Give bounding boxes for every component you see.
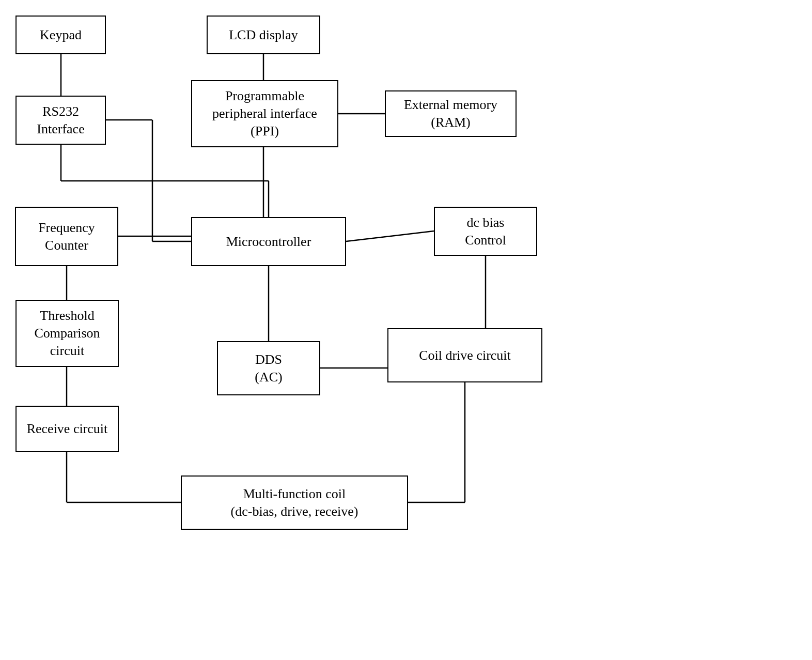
receive-block: Receive circuit (15, 406, 119, 452)
dds-block: DDS(AC) (217, 341, 320, 395)
threshold-block: ThresholdComparisoncircuit (15, 300, 119, 367)
ppi-block: Programmableperipheral interface(PPI) (191, 80, 338, 147)
block-diagram: Keypad LCD display Programmableperiphera… (0, 0, 812, 660)
freq-counter-block: FrequencyCounter (15, 207, 118, 266)
lcd-block: LCD display (207, 16, 320, 54)
svg-line-11 (346, 231, 434, 241)
ext-mem-block: External memory(RAM) (385, 90, 517, 137)
dc-bias-block: dc biasControl (434, 207, 537, 256)
coil-drive-block: Coil drive circuit (387, 328, 542, 382)
microcontroller-block: Microcontroller (191, 217, 346, 266)
rs232-block: RS232Interface (15, 96, 106, 145)
multi-coil-block: Multi-function coil(dc-bias, drive, rece… (181, 475, 408, 530)
keypad-block: Keypad (15, 16, 106, 54)
